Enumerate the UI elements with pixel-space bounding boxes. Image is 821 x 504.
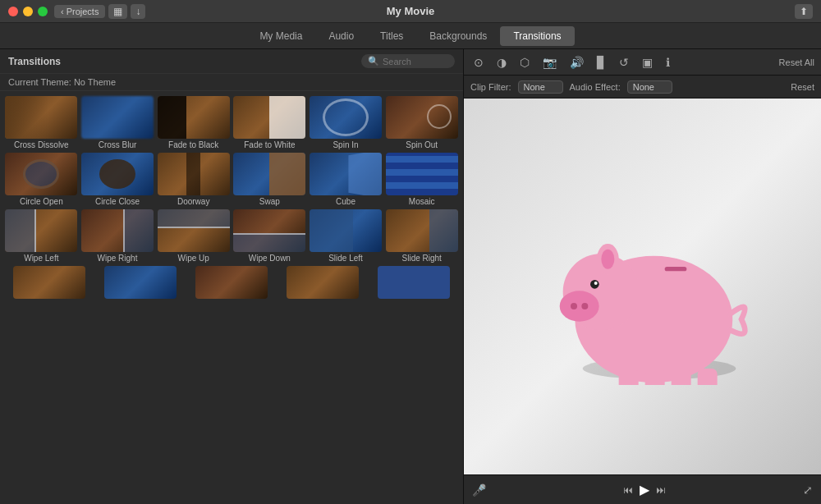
transition-label: Slide Left — [328, 254, 363, 263]
current-theme: Current Theme: No Theme — [0, 74, 463, 91]
transition-fade-to-white[interactable]: Fade to White — [233, 96, 306, 149]
transition-label: Circle Close — [95, 197, 140, 206]
svg-point-9 — [594, 282, 597, 285]
transition-wipe-left[interactable]: Wipe Left — [5, 209, 78, 263]
transition-label: Wipe Left — [24, 254, 58, 263]
search-icon: 🔍 — [368, 56, 379, 66]
window-title: My Movie — [387, 5, 435, 17]
svg-rect-10 — [618, 369, 638, 385]
transitions-grid: Cross Dissolve Cross Blur Fade to Black … — [0, 91, 463, 504]
transition-slide-left[interactable]: Slide Left — [310, 209, 383, 263]
inspector-toolbar: ⊙ ◑ ⬡ 📷 🔊 ▊ ↺ ▣ ℹ Reset All — [464, 49, 821, 76]
clip-filter-bar: Clip Filter: None Audio Effect: None Res… — [464, 76, 821, 99]
transition-circle-open[interactable]: Circle Open — [5, 153, 78, 206]
piggy-bank-preview — [520, 188, 766, 385]
transition-wipe-down[interactable]: Wipe Down — [233, 209, 306, 263]
share-button[interactable]: ⬆ — [795, 4, 813, 19]
skip-forward-button[interactable]: ⏭ — [656, 484, 666, 496]
transition-label: Circle Open — [20, 197, 63, 206]
transition-label: Swap — [259, 197, 280, 206]
stabilize-icon[interactable]: ▣ — [639, 54, 656, 71]
transition-cube[interactable]: Cube — [310, 153, 383, 206]
transition-cross-dissolve[interactable]: Cross Dissolve — [5, 96, 78, 149]
list-view-button[interactable]: ↓ — [131, 4, 145, 19]
crop-icon[interactable]: ⬡ — [516, 54, 533, 71]
balance-icon[interactable]: ◑ — [493, 54, 510, 71]
transition-label: Cross Blur — [99, 140, 137, 149]
svg-rect-11 — [644, 369, 664, 385]
color-correct-icon[interactable]: ⊙ — [470, 54, 487, 71]
info-icon[interactable]: ℹ — [663, 54, 673, 71]
microphone-icon[interactable]: 🎤 — [472, 483, 486, 497]
volume-tool-icon[interactable]: 🔊 — [566, 54, 587, 71]
play-button[interactable]: ▶ — [640, 482, 649, 497]
skip-back-button[interactable]: ⏮ — [623, 484, 633, 496]
search-box[interactable]: 🔍 — [361, 54, 455, 68]
transition-label: Cross Dissolve — [14, 140, 69, 149]
window-controls — [8, 7, 48, 16]
transition-swap[interactable]: Swap — [233, 153, 306, 206]
playback-controls: 🎤 ⏮ ▶ ⏭ ⤢ — [464, 474, 821, 504]
svg-rect-13 — [697, 369, 717, 385]
svg-point-6 — [571, 303, 577, 309]
transition-label: Spin Out — [406, 140, 438, 149]
transitions-row-0: Cross Dissolve Cross Blur Fade to Black … — [0, 96, 463, 149]
transitions-header: Transitions 🔍 — [0, 49, 463, 74]
preview-video — [464, 99, 821, 474]
nav-tabs: My Media Audio Titles Backgrounds Transi… — [0, 23, 821, 49]
svg-point-5 — [559, 291, 599, 321]
svg-point-4 — [601, 250, 614, 269]
svg-rect-12 — [671, 369, 690, 385]
nav-back[interactable]: ‹ Projects ▦ ↓ — [54, 4, 145, 19]
chevron-left-icon: ‹ — [61, 7, 64, 16]
transition-spin-in[interactable]: Spin In — [310, 96, 383, 149]
tab-titles[interactable]: Titles — [367, 26, 416, 46]
transition-partial-1[interactable] — [5, 266, 93, 299]
tab-backgrounds[interactable]: Backgrounds — [416, 26, 500, 46]
transition-wipe-up[interactable]: Wipe Up — [157, 209, 230, 263]
transition-partial-2[interactable] — [96, 266, 184, 299]
transition-slide-right[interactable]: Slide Right — [385, 209, 458, 263]
minimize-button[interactable] — [23, 7, 33, 16]
transition-doorway[interactable]: Doorway — [157, 153, 230, 206]
transition-label: Fade to Black — [168, 140, 218, 149]
transition-label: Doorway — [177, 197, 209, 206]
maximize-button[interactable] — [38, 7, 48, 16]
fullscreen-icon[interactable]: ⤢ — [803, 483, 813, 497]
reset-button[interactable]: Reset — [791, 82, 814, 92]
grid-view-button[interactable]: ▦ — [108, 4, 127, 19]
audio-effect-select[interactable]: None — [627, 80, 672, 94]
transition-fade-to-black[interactable]: Fade to Black — [157, 96, 230, 149]
video-icon[interactable]: 📷 — [539, 54, 560, 71]
transition-partial-5[interactable] — [370, 266, 458, 299]
transition-circle-close[interactable]: Circle Close — [81, 153, 154, 206]
transition-spin-out[interactable]: Spin Out — [385, 96, 458, 149]
transition-wipe-right[interactable]: Wipe Right — [81, 209, 154, 263]
transition-label: Slide Right — [402, 254, 442, 263]
transitions-title: Transitions — [8, 56, 61, 67]
tab-transitions[interactable]: Transitions — [500, 26, 574, 46]
speed-icon[interactable]: ↺ — [616, 54, 632, 71]
close-button[interactable] — [8, 7, 18, 16]
transitions-row-2: Wipe Left Wipe Right Wipe Up Wipe Down S… — [0, 209, 463, 263]
projects-back-button[interactable]: ‹ Projects — [54, 5, 105, 18]
tab-audio[interactable]: Audio — [315, 26, 367, 46]
transition-label: Wipe Right — [98, 254, 138, 263]
transition-partial-4[interactable] — [279, 266, 367, 299]
titlebar: ‹ Projects ▦ ↓ My Movie ⬆ — [0, 0, 821, 23]
transition-label: Fade to White — [244, 140, 295, 149]
search-input[interactable] — [383, 57, 448, 66]
clip-filter-label: Clip Filter: — [470, 82, 511, 92]
tab-my-media[interactable]: My Media — [246, 26, 315, 46]
transition-label: Mosaic — [409, 197, 435, 206]
transition-cross-blur[interactable]: Cross Blur — [81, 96, 154, 149]
transitions-row-partial — [0, 266, 463, 299]
clip-filter-select[interactable]: None — [518, 80, 563, 94]
transition-mosaic[interactable]: Mosaic — [385, 153, 458, 206]
right-panel: ⊙ ◑ ⬡ 📷 🔊 ▊ ↺ ▣ ℹ Reset All Clip Filter:… — [464, 49, 821, 504]
reset-all-button[interactable]: Reset All — [779, 57, 814, 67]
equalizer-icon[interactable]: ▊ — [594, 54, 609, 71]
left-panel: Transitions 🔍 Current Theme: No Theme Cr… — [0, 49, 464, 504]
transition-partial-3[interactable] — [187, 266, 275, 299]
transition-label: Spin In — [333, 140, 358, 149]
